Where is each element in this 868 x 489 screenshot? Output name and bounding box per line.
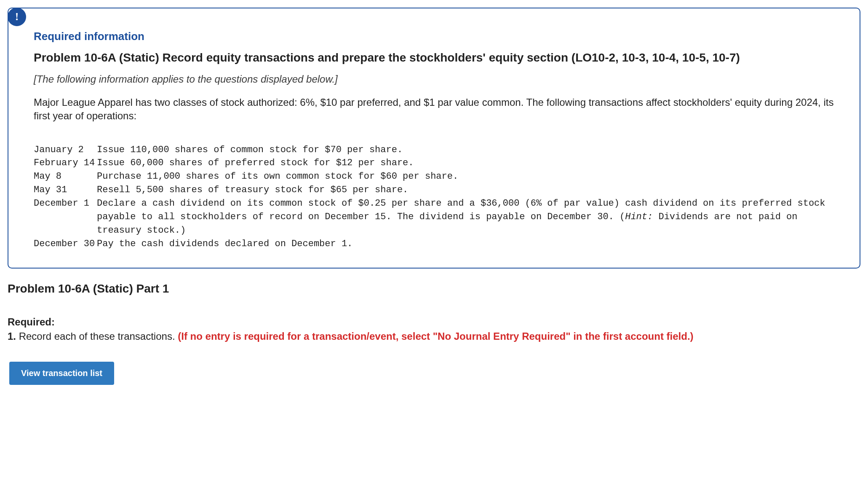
transaction-desc: Declare a cash dividend on its common st… (97, 197, 834, 237)
view-transaction-list-button[interactable]: View transaction list (9, 362, 114, 385)
transaction-date: December 30 (34, 237, 97, 251)
transaction-row: December 1 Declare a cash dividend on it… (34, 197, 834, 237)
transaction-desc: Issue 110,000 shares of common stock for… (97, 143, 834, 157)
transaction-list: January 2 Issue 110,000 shares of common… (34, 143, 834, 251)
requirement-item: 1. Record each of these transactions. (I… (8, 330, 694, 342)
problem-title: Problem 10-6A (Static) Record equity tra… (34, 50, 834, 66)
transaction-date: May 31 (34, 183, 97, 197)
transaction-row: February 14 Issue 60,000 shares of prefe… (34, 156, 834, 170)
transaction-date: May 8 (34, 170, 97, 183)
part-title: Problem 10-6A (Static) Part 1 (8, 281, 860, 296)
transaction-row: January 2 Issue 110,000 shares of common… (34, 143, 834, 157)
instruction-highlight: (If no entry is required for a transacti… (178, 330, 693, 342)
transaction-row: December 30 Pay the cash dividends decla… (34, 237, 834, 251)
transaction-desc: Resell 5,500 shares of treasury stock fo… (97, 183, 834, 197)
required-label: Required: (8, 316, 55, 328)
transaction-date: February 14 (34, 156, 97, 170)
transaction-desc: Pay the cash dividends declared on Decem… (97, 237, 834, 251)
applies-note: [The following information applies to th… (34, 73, 834, 86)
required-information-panel: ! Required information Problem 10-6A (St… (8, 8, 860, 269)
required-information-heading: Required information (34, 30, 834, 44)
transaction-desc: Purchase 11,000 shares of its own common… (97, 170, 834, 183)
alert-icon: ! (8, 8, 26, 26)
requirement-block: Required: 1. Record each of these transa… (8, 315, 860, 343)
scenario-text: Major League Apparel has two classes of … (34, 96, 834, 123)
transaction-row: May 31 Resell 5,500 shares of treasury s… (34, 183, 834, 197)
transaction-date: January 2 (34, 143, 97, 157)
transaction-date: December 1 (34, 197, 97, 237)
transaction-desc: Issue 60,000 shares of preferred stock f… (97, 156, 834, 170)
transaction-row: May 8 Purchase 11,000 shares of its own … (34, 170, 834, 183)
